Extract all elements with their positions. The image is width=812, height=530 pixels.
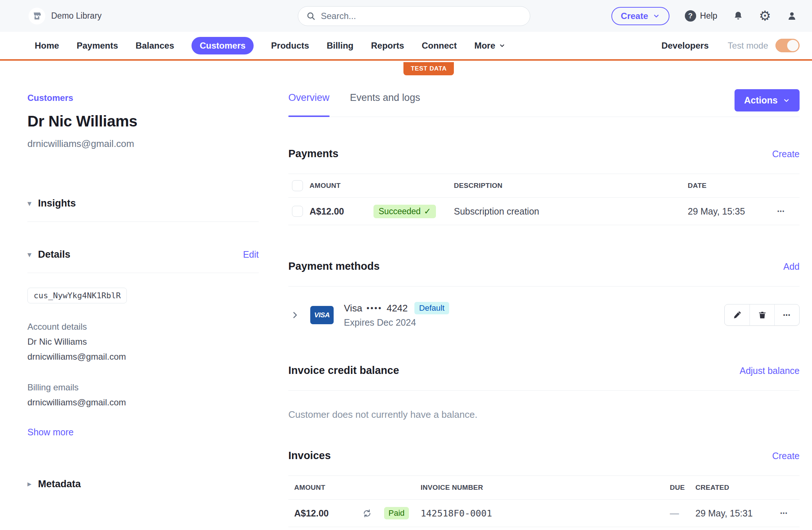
nav-item-developers[interactable]: Developers xyxy=(661,41,709,51)
recurring-icon xyxy=(362,508,384,518)
expand-triangle-icon: ▸ xyxy=(27,479,31,489)
help-icon: ? xyxy=(685,10,696,22)
invoice-amount: A$12.00 xyxy=(294,508,362,519)
payment-methods-title: Payment methods xyxy=(288,260,380,272)
chevron-down-icon xyxy=(783,97,790,104)
card-last4: 4242 xyxy=(387,303,408,314)
search-bar[interactable] xyxy=(298,6,530,26)
payment-methods-add-link[interactable]: Add xyxy=(783,261,800,272)
invoice-credit-balance-section: Invoice credit balance Adjust balance Cu… xyxy=(288,364,800,420)
customer-id-pill[interactable]: cus_NywYkg4NK1RblR xyxy=(27,288,127,303)
status-badge-succeeded: Succeeded ✓ xyxy=(373,205,436,218)
default-badge: Default xyxy=(414,302,449,314)
test-data-badge: TEST DATA xyxy=(403,62,454,75)
account-details-label: Account details xyxy=(27,319,259,334)
pencil-icon xyxy=(733,311,741,319)
storefront-icon xyxy=(29,8,45,24)
payment-method-row: VISA Visa •••• 4242 Default Expires Dec … xyxy=(288,302,800,328)
row-menu-button[interactable]: ••• xyxy=(780,510,788,516)
nav-item-balances[interactable]: Balances xyxy=(136,41,174,51)
collapse-triangle-icon: ▾ xyxy=(27,199,31,208)
adjust-balance-link[interactable]: Adjust balance xyxy=(740,366,800,376)
payment-methods-section: Payment methods Add VISA Visa •••• 4242 … xyxy=(288,260,800,328)
profile-avatar-icon[interactable] xyxy=(786,11,797,22)
card-expiry: Expires Dec 2024 xyxy=(344,317,449,328)
invoices-title: Invoices xyxy=(288,450,331,462)
metadata-title: Metadata xyxy=(38,478,81,490)
column-invoice-number: INVOICE NUMBER xyxy=(421,484,670,492)
payment-description: Subscription creation xyxy=(454,206,688,217)
help-button[interactable]: ? Help xyxy=(685,10,717,22)
invoices-create-link[interactable]: Create xyxy=(772,451,800,461)
metadata-section-header[interactable]: ▸ Metadata xyxy=(27,478,259,490)
invoice-row[interactable]: A$12.00 Paid 142518F0-0001 — 29 May, 15:… xyxy=(288,499,800,527)
invoices-table-header: AMOUNT INVOICE NUMBER DUE CREATED xyxy=(288,476,800,499)
top-header: Demo Library Create ? Help ⚙ xyxy=(0,0,812,32)
nav-item-customers[interactable]: Customers xyxy=(191,37,253,54)
settings-gear-icon[interactable]: ⚙ xyxy=(759,9,771,23)
payment-row[interactable]: A$12.00 Succeeded ✓ Subscription creatio… xyxy=(288,197,800,225)
chevron-down-icon xyxy=(653,12,660,20)
actions-button[interactable]: Actions xyxy=(735,89,800,111)
billing-emails-block: Billing emails drnicwilliams@gmail.com xyxy=(27,380,259,410)
payment-amount: A$12.00 xyxy=(310,206,373,217)
trash-icon xyxy=(758,311,767,319)
account-brand[interactable]: Demo Library xyxy=(29,8,102,24)
column-created: CREATED xyxy=(695,484,769,492)
account-details-block: Account details Dr Nic Williams drnicwil… xyxy=(27,319,259,364)
checkmark-icon: ✓ xyxy=(424,207,431,216)
nav-more-label: More xyxy=(474,41,495,51)
row-checkbox[interactable] xyxy=(292,206,303,217)
test-mode-toggle[interactable] xyxy=(775,39,800,52)
create-button[interactable]: Create xyxy=(611,7,669,25)
nav-item-reports[interactable]: Reports xyxy=(371,41,404,51)
breadcrumb[interactable]: Customers xyxy=(27,93,259,103)
account-name-value: Dr Nic Williams xyxy=(27,334,259,349)
payments-create-link[interactable]: Create xyxy=(772,149,800,159)
payments-table-header: AMOUNT DESCRIPTION DATE xyxy=(288,174,800,197)
chevron-down-icon xyxy=(499,42,505,49)
invoice-due: — xyxy=(670,508,695,519)
divider xyxy=(27,222,259,222)
details-section-header[interactable]: ▾ Details Edit xyxy=(27,249,259,260)
brand-name: Demo Library xyxy=(51,11,102,21)
insights-section-header[interactable]: ▾ Insights xyxy=(27,198,259,209)
tab-bar: Overview Events and logs Actions xyxy=(288,92,800,117)
create-button-label: Create xyxy=(621,11,648,21)
payments-section: Payments Create AMOUNT DESCRIPTION DATE … xyxy=(288,148,800,225)
card-actions-group: ••• xyxy=(724,304,800,326)
card-more-button[interactable]: ••• xyxy=(774,304,799,325)
nav-item-home[interactable]: Home xyxy=(35,41,59,51)
card-dots: •••• xyxy=(367,303,382,313)
nav-item-products[interactable]: Products xyxy=(271,41,309,51)
tab-overview[interactable]: Overview xyxy=(288,92,330,117)
card-brand-name: Visa xyxy=(344,303,362,314)
main-nav: Home Payments Balances Customers Product… xyxy=(0,32,812,61)
edit-details-link[interactable]: Edit xyxy=(243,249,259,260)
nav-item-payments[interactable]: Payments xyxy=(77,41,118,51)
toggle-knob xyxy=(787,40,798,51)
payment-date: 29 May, 15:35 xyxy=(688,206,763,217)
show-more-link[interactable]: Show more xyxy=(27,427,259,438)
nav-item-billing[interactable]: Billing xyxy=(327,41,353,51)
balance-empty-text: Customer does not currently have a balan… xyxy=(288,409,800,420)
billing-email-value: drnicwilliams@gmail.com xyxy=(27,395,259,410)
column-due: DUE xyxy=(670,484,695,492)
column-amount: AMOUNT xyxy=(310,182,373,190)
expand-chevron-icon[interactable] xyxy=(291,311,299,319)
tab-events-and-logs[interactable]: Events and logs xyxy=(350,92,420,117)
edit-card-button[interactable] xyxy=(725,304,750,325)
invoices-section: Invoices Create AMOUNT INVOICE NUMBER DU… xyxy=(288,450,800,527)
search-input[interactable] xyxy=(321,11,522,21)
select-all-checkbox[interactable] xyxy=(292,180,303,191)
nav-more-menu[interactable]: More xyxy=(474,41,505,51)
customer-name: Dr Nic Williams xyxy=(27,113,259,130)
details-title: Details xyxy=(38,249,71,260)
row-menu-button[interactable]: ••• xyxy=(777,208,785,214)
notifications-bell-icon[interactable] xyxy=(733,11,744,22)
invoice-created: 29 May, 15:31 xyxy=(695,508,769,519)
customer-sidebar: Customers Dr Nic Williams drnicwilliams@… xyxy=(27,61,259,527)
delete-card-button[interactable] xyxy=(750,304,774,325)
nav-item-connect[interactable]: Connect xyxy=(422,41,457,51)
actions-button-label: Actions xyxy=(744,95,778,106)
